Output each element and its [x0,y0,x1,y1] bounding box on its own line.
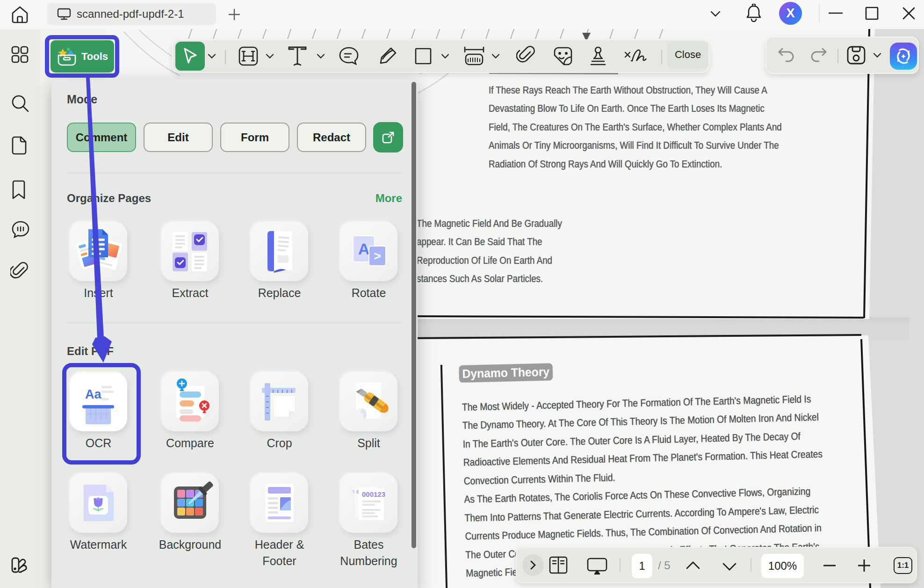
svg-text:000123: 000123 [362,490,385,498]
svg-text:A: A [358,240,370,258]
svg-text:>: > [374,249,381,263]
